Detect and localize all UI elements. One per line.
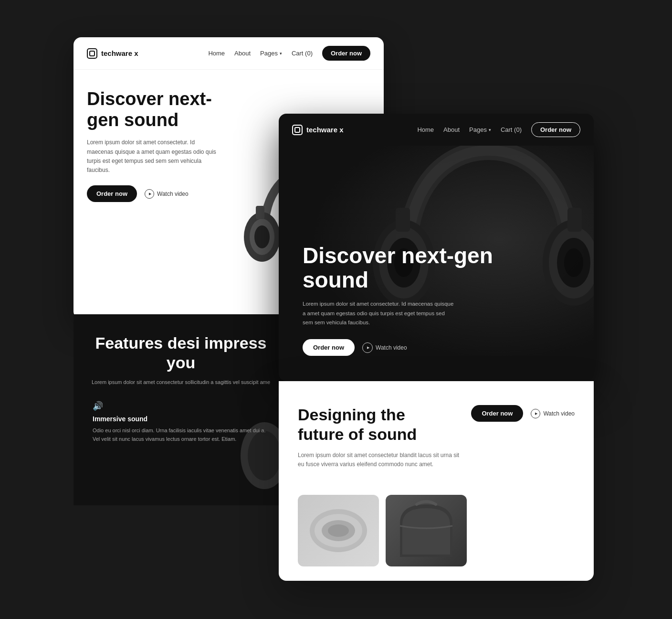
svg-rect-7 bbox=[256, 206, 264, 219]
dark-nav-links: Home About Pages ▾ Cart (0) bbox=[417, 126, 522, 133]
play-icon-light: ▶ bbox=[145, 189, 154, 199]
designing-actions: Order now ▶ Watch video bbox=[471, 405, 575, 422]
svg-point-3 bbox=[254, 225, 270, 248]
light-hero-text: Discover next-gen sound Lorem ipsum dolo… bbox=[87, 84, 243, 304]
dark-nav: techware x Home About Pages ▾ Cart (0) O… bbox=[279, 114, 594, 146]
svg-rect-20 bbox=[396, 208, 410, 232]
light-nav-order-button[interactable]: Order now bbox=[322, 46, 370, 61]
light-nav-home[interactable]: Home bbox=[208, 50, 225, 57]
play-icon-white: ▶ bbox=[531, 409, 540, 418]
dark-nav-pages[interactable]: Pages ▾ bbox=[469, 126, 491, 133]
dark-hero-order-button[interactable]: Order now bbox=[303, 339, 355, 356]
dark-screen: techware x Home About Pages ▾ Cart (0) O… bbox=[279, 114, 594, 381]
svg-rect-0 bbox=[90, 51, 94, 56]
light-logo-text: techware x bbox=[101, 49, 138, 57]
product-image-headphone-case bbox=[386, 495, 467, 566]
light-nav-cart[interactable]: Cart (0) bbox=[292, 50, 313, 57]
screens-container: techware x Home About Pages ▾ Cart (0) O… bbox=[74, 37, 598, 582]
designing-left: Designing the future of sound Lorem ipsu… bbox=[298, 405, 462, 480]
pages-chevron-light: ▾ bbox=[280, 51, 282, 56]
svg-rect-21 bbox=[567, 208, 582, 232]
dark-hero: Discover next-gen sound Lorem ipsum dolo… bbox=[279, 146, 594, 380]
svg-point-25 bbox=[328, 524, 349, 537]
dark-nav-cart[interactable]: Cart (0) bbox=[501, 126, 522, 133]
play-icon-dark: ▶ bbox=[362, 342, 373, 353]
light-hero-watch-button[interactable]: ▶ Watch video bbox=[145, 189, 189, 199]
designing-title: Designing the future of sound bbox=[298, 405, 431, 444]
light-nav-pages[interactable]: Pages ▾ bbox=[260, 50, 282, 57]
logo-svg-light bbox=[89, 51, 95, 56]
dark-hero-content: Discover next-gen sound Lorem ipsum dolo… bbox=[303, 244, 503, 356]
white-section-watch-button[interactable]: ▶ Watch video bbox=[531, 409, 575, 418]
sound-icon: 🔊 bbox=[93, 401, 269, 411]
white-section-order-button[interactable]: Order now bbox=[471, 405, 523, 422]
logo-icon-light bbox=[87, 48, 97, 59]
light-features-section: Features desi impress you Lorem ipsum do… bbox=[74, 314, 288, 505]
product-images bbox=[298, 495, 575, 566]
designing-desc: Lorem ipsum dolor sit amet consectetur b… bbox=[298, 451, 462, 469]
light-hero-actions: Order now ▶ Watch video bbox=[87, 185, 243, 202]
pages-chevron-dark: ▾ bbox=[489, 128, 491, 132]
light-nav: techware x Home About Pages ▾ Cart (0) O… bbox=[74, 37, 384, 70]
light-hero-title: Discover next-gen sound bbox=[87, 89, 243, 130]
svg-point-19 bbox=[564, 248, 583, 277]
logo-svg-dark bbox=[294, 127, 300, 133]
dark-hero-actions: Order now ▶ Watch video bbox=[303, 339, 503, 356]
dark-logo: techware x bbox=[292, 125, 344, 135]
light-hero-desc: Lorem ipsum dolor sit amet consectetur. … bbox=[87, 138, 220, 175]
light-hero-order-button[interactable]: Order now bbox=[87, 185, 137, 202]
dark-nav-about[interactable]: About bbox=[443, 126, 460, 133]
svg-rect-11 bbox=[295, 128, 300, 132]
features-title: Features desi impress you bbox=[88, 333, 274, 373]
dark-hero-desc: Lorem ipsum dolor sit amet consectetur. … bbox=[303, 299, 455, 328]
svg-point-10 bbox=[248, 431, 281, 480]
designing-layout: Designing the future of sound Lorem ipsu… bbox=[298, 405, 575, 480]
dark-logo-text: techware x bbox=[306, 126, 344, 134]
features-desc: Lorem ipsum dolor sit amet consectetur s… bbox=[88, 378, 274, 387]
light-nav-about[interactable]: About bbox=[234, 50, 251, 57]
dark-nav-home[interactable]: Home bbox=[417, 126, 434, 133]
light-logo: techware x bbox=[87, 48, 138, 59]
dark-nav-order-button[interactable]: Order now bbox=[531, 122, 580, 137]
logo-icon-dark bbox=[292, 125, 303, 135]
dark-hero-watch-button[interactable]: ▶ Watch video bbox=[362, 342, 407, 353]
dark-hero-title: Discover next-gen sound bbox=[303, 244, 503, 292]
light-nav-links: Home About Pages ▾ Cart (0) bbox=[208, 50, 313, 57]
product-image-ear-cushions bbox=[298, 495, 379, 566]
white-section: Designing the future of sound Lorem ipsu… bbox=[279, 381, 594, 581]
